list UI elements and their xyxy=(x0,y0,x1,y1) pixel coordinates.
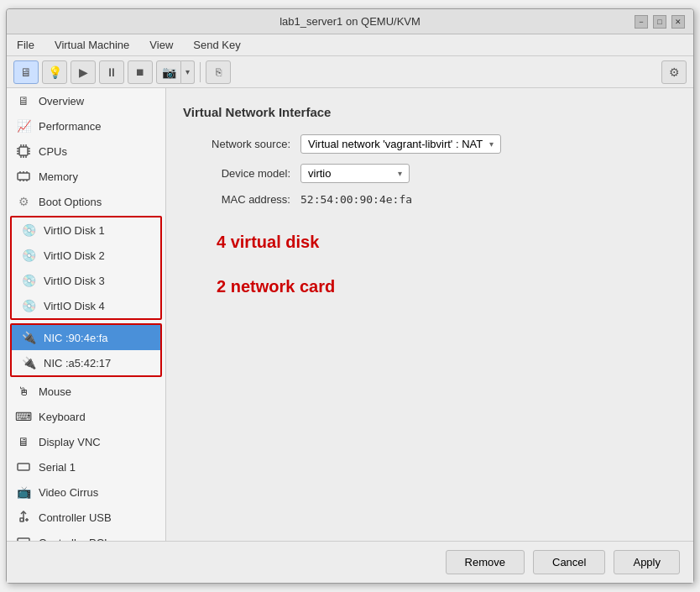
monitor-toolbar-btn[interactable]: 🖥 xyxy=(13,60,39,84)
stop-toolbar-btn[interactable]: ⏹ xyxy=(128,60,153,84)
svg-rect-25 xyxy=(20,518,24,521)
sidebar-label-overview: Overview xyxy=(39,95,84,107)
network-source-value: Virtual network 'vagrant-libvirt' : NAT xyxy=(308,138,483,150)
maximize-button[interactable]: □ xyxy=(653,15,666,29)
toolbar-dropdown: 📷 ▾ xyxy=(156,60,195,84)
display-icon: 🖥 xyxy=(15,433,32,450)
sidebar-item-virtio-disk-4[interactable]: 💿 VirtIO Disk 4 xyxy=(12,293,160,318)
sidebar-other-section: 🖱 Mouse ⌨ Keyboard 🖥 Display VNC xyxy=(7,379,165,541)
cancel-button[interactable]: Cancel xyxy=(533,550,605,574)
mac-address-label: MAC address: xyxy=(183,193,300,206)
pause-toolbar-btn[interactable]: ⏸ xyxy=(99,60,124,84)
remove-button[interactable]: Remove xyxy=(446,550,525,574)
close-button[interactable]: ✕ xyxy=(671,15,685,29)
sidebar: 🖥 Overview 📈 Performance xyxy=(7,88,166,541)
sidebar-item-virtio-disk-3[interactable]: 💿 VirtIO Disk 3 xyxy=(12,268,160,293)
menu-file[interactable]: File xyxy=(13,37,38,53)
disk-annotation: 4 virtual disk xyxy=(217,233,676,252)
device-model-control: virtio ▾ xyxy=(300,164,410,183)
sidebar-item-nic-90-4e-fa[interactable]: 🔌 NIC :90:4e:fa xyxy=(12,325,160,350)
nic-annotation: 2 network card xyxy=(217,277,676,296)
screenshot-toolbar-btn[interactable]: 📷 xyxy=(156,60,181,84)
mac-address-value: 52:54:00:90:4e:fa xyxy=(300,193,412,206)
sidebar-label-performance: Performance xyxy=(39,120,101,133)
usb-toolbar-btn[interactable]: ⎘ xyxy=(206,60,231,84)
sidebar-label-boot-options: Boot Options xyxy=(39,196,102,208)
window-controls: − □ ✕ xyxy=(635,15,685,29)
sidebar-label-nic-2: NIC :a5:42:17 xyxy=(44,357,111,369)
minimize-button[interactable]: − xyxy=(635,15,648,29)
sidebar-label-virtio-disk-2: VirtIO Disk 2 xyxy=(44,249,105,262)
sidebar-label-nic-1: NIC :90:4e:fa xyxy=(44,332,108,344)
sidebar-item-memory[interactable]: Memory xyxy=(7,164,165,189)
sidebar-item-overview[interactable]: 🖥 Overview xyxy=(7,88,165,113)
sidebar-label-serial-1: Serial 1 xyxy=(39,461,76,474)
settings-toolbar-btn[interactable]: ⚙ xyxy=(661,60,687,84)
device-model-label: Device model: xyxy=(183,167,300,180)
sidebar-disk-group: 💿 VirtIO Disk 1 💿 VirtIO Disk 2 💿 VirtIO… xyxy=(10,216,162,320)
sidebar-label-virtio-disk-1: VirtIO Disk 1 xyxy=(44,224,105,237)
mouse-icon: 🖱 xyxy=(15,383,32,400)
boot-icon: ⚙ xyxy=(15,193,32,210)
usb-icon xyxy=(15,509,32,526)
device-model-row: Device model: virtio ▾ xyxy=(183,164,676,183)
svg-rect-13 xyxy=(18,173,29,180)
sidebar-item-nic-a5-42-17[interactable]: 🔌 NIC :a5:42:17 xyxy=(12,350,160,375)
sidebar-item-cpus[interactable]: CPUs xyxy=(7,139,165,164)
sidebar-label-virtio-disk-4: VirtIO Disk 4 xyxy=(44,300,105,312)
sidebar-item-virtio-disk-1[interactable]: 💿 VirtIO Disk 1 xyxy=(12,217,160,243)
sidebar-item-video-cirrus[interactable]: 📺 Video Cirrus xyxy=(7,479,165,505)
disk4-icon: 💿 xyxy=(20,297,37,314)
detail-panel: Virtual Network Interface Network source… xyxy=(166,88,693,541)
menu-virtual-machine[interactable]: Virtual Machine xyxy=(51,37,133,53)
sidebar-item-boot-options[interactable]: ⚙ Boot Options xyxy=(7,189,165,214)
memory-icon xyxy=(15,168,32,185)
sidebar-label-mouse: Mouse xyxy=(39,385,71,398)
sidebar-label-keyboard: Keyboard xyxy=(39,411,86,423)
bottom-bar: Remove Cancel Apply xyxy=(7,541,693,583)
sidebar-item-virtio-disk-2[interactable]: 💿 VirtIO Disk 2 xyxy=(12,243,160,268)
sidebar-top-section: 🖥 Overview 📈 Performance xyxy=(7,88,165,214)
sidebar-label-virtio-disk-3: VirtIO Disk 3 xyxy=(44,275,105,287)
play-toolbar-btn[interactable]: ▶ xyxy=(71,60,96,84)
network-source-arrow: ▾ xyxy=(489,139,494,149)
serial-icon xyxy=(15,458,32,475)
titlebar: lab1_server1 on QEMU/KVM − □ ✕ xyxy=(7,9,693,34)
nic2-icon: 🔌 xyxy=(20,354,37,371)
disk1-icon: 💿 xyxy=(20,222,37,238)
main-content: 🖥 Overview 📈 Performance xyxy=(7,88,693,541)
power-toolbar-btn[interactable]: 💡 xyxy=(42,60,67,84)
toolbar: 🖥 💡 ▶ ⏸ ⏹ 📷 ▾ ⎘ ⚙ xyxy=(7,56,693,88)
network-source-label: Network source: xyxy=(183,138,300,150)
network-source-dropdown[interactable]: Virtual network 'vagrant-libvirt' : NAT … xyxy=(300,134,501,154)
sidebar-item-keyboard[interactable]: ⌨ Keyboard xyxy=(7,404,165,429)
apply-button[interactable]: Apply xyxy=(614,550,680,574)
sidebar-label-video-cirrus: Video Cirrus xyxy=(39,486,98,499)
chart-icon: 📈 xyxy=(15,118,32,134)
video-icon: 📺 xyxy=(15,484,32,500)
sidebar-item-performance[interactable]: 📈 Performance xyxy=(7,113,165,139)
screenshot-dropdown-btn[interactable]: ▾ xyxy=(181,60,195,84)
monitor-icon: 🖥 xyxy=(15,92,32,109)
sidebar-item-serial-1[interactable]: Serial 1 xyxy=(7,454,165,479)
sidebar-label-cpus: CPUs xyxy=(39,145,67,158)
menu-view[interactable]: View xyxy=(146,37,176,53)
disk2-icon: 💿 xyxy=(20,247,37,264)
sidebar-label-memory: Memory xyxy=(39,170,78,183)
sidebar-item-controller-usb[interactable]: Controller USB xyxy=(7,505,165,530)
menu-send-key[interactable]: Send Key xyxy=(190,37,243,53)
mac-address-row: MAC address: 52:54:00:90:4e:fa xyxy=(183,193,676,206)
cpu-icon xyxy=(15,143,32,160)
sidebar-item-controller-pci[interactable]: Controller PCI xyxy=(7,530,165,541)
toolbar-separator xyxy=(200,62,201,82)
keyboard-icon: ⌨ xyxy=(15,408,32,425)
device-model-dropdown[interactable]: virtio ▾ xyxy=(300,164,410,183)
device-model-arrow: ▾ xyxy=(398,169,402,178)
sidebar-label-controller-usb: Controller USB xyxy=(39,511,112,524)
pci-icon xyxy=(15,534,32,541)
network-source-row: Network source: Virtual network 'vagrant… xyxy=(183,134,676,154)
network-source-control: Virtual network 'vagrant-libvirt' : NAT … xyxy=(300,134,501,154)
sidebar-nic-group: 🔌 NIC :90:4e:fa 🔌 NIC :a5:42:17 xyxy=(10,323,162,377)
sidebar-item-display-vnc[interactable]: 🖥 Display VNC xyxy=(7,429,165,454)
sidebar-item-mouse[interactable]: 🖱 Mouse xyxy=(7,379,165,404)
